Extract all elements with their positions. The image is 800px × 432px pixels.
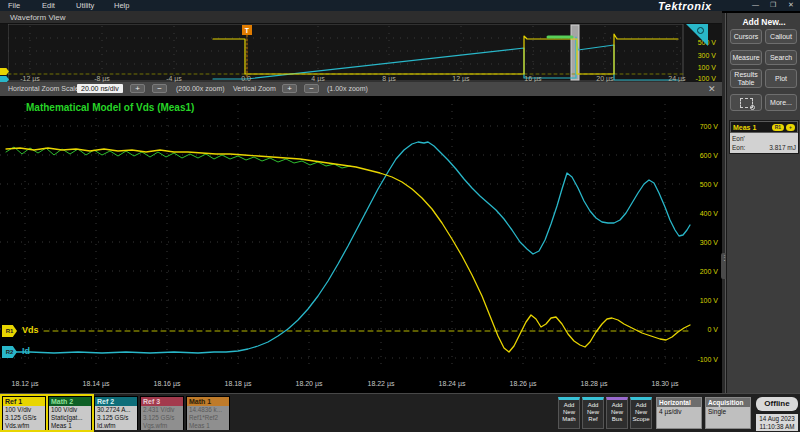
id-label: Id — [22, 346, 30, 356]
badge-ref2[interactable]: Ref 2 30.2724 A...3.125 GS/sId.wfm — [94, 396, 138, 430]
vertical-zoom-label: Vertical Zoom — [233, 85, 276, 92]
more-button[interactable]: More... — [765, 94, 797, 111]
svg-text:18.20 µs: 18.20 µs — [296, 380, 323, 388]
svg-text:-12 µs: -12 µs — [20, 75, 40, 82]
badge-ref1-name: Ref 1 — [3, 397, 45, 406]
horizontal-value: 4 µs/div — [657, 407, 701, 416]
main-plot[interactable]: 18.12 µs18.14 µs18.16 µs18.18 µs18.20 µs… — [0, 96, 722, 393]
menu-help[interactable]: Help — [114, 1, 129, 10]
acquisition-settings[interactable]: Acquisition Single — [705, 397, 751, 429]
horizontal-settings[interactable]: Horizontal 4 µs/div — [656, 397, 702, 429]
menu-utility[interactable]: Utility — [76, 1, 94, 10]
badge-math2[interactable]: Math 2 100 V/divStatic[gat...Meas 1 — [48, 396, 92, 430]
badge-ref3-name: Ref 3 — [141, 397, 183, 406]
menu-file[interactable]: File — [8, 1, 20, 10]
svg-text:400 V: 400 V — [700, 210, 719, 217]
svg-text:18.12 µs: 18.12 µs — [12, 380, 39, 388]
search-button[interactable]: Search — [765, 50, 797, 65]
svg-text:4 µs: 4 µs — [311, 75, 325, 82]
meas1-expand-pill[interactable]: + — [786, 124, 795, 131]
svg-text:-4 µs: -4 µs — [166, 75, 182, 82]
add-new-ref-button[interactable]: Add New Ref — [582, 397, 604, 429]
close-icon[interactable]: ✕ — [788, 1, 794, 9]
svg-text:18.22 µs: 18.22 µs — [368, 380, 395, 388]
hzoom-plus-button[interactable]: + — [130, 84, 145, 93]
hzoom-minus-button[interactable]: − — [152, 84, 167, 93]
right-panel: Add New... Cursors Callout Measure Searc… — [726, 13, 800, 393]
tab-bar: Waveform View — [0, 11, 722, 24]
overview-plot[interactable]: -12 µs-8 µs-4 µs0.04 µs8 µs12 µs16 µs20 … — [8, 24, 722, 82]
svg-text:100 V: 100 V — [698, 64, 717, 71]
svg-text:12 µs: 12 µs — [452, 75, 470, 82]
svg-text:16 µs: 16 µs — [524, 75, 542, 82]
callout-button[interactable]: Callout — [765, 29, 797, 44]
badge-math1-name: Math 1 — [187, 397, 229, 406]
svg-text:24 µs: 24 µs — [668, 75, 686, 82]
zoom-view-close-icon[interactable]: ✕ — [708, 84, 716, 94]
meas1-header: Meas 1 R1 + — [730, 121, 798, 133]
svg-text:20 µs: 20 µs — [596, 75, 614, 82]
svg-text:18.18 µs: 18.18 µs — [225, 380, 252, 388]
badge-ref1[interactable]: Ref 1 100 V/div3.125 GS/sVds.wfm — [2, 396, 46, 430]
meas1-row2-label: Eon: — [732, 143, 745, 152]
screen-capture-icon — [740, 98, 753, 108]
horizontal-label: Horizontal — [657, 398, 701, 407]
zoom-overview-button[interactable] — [730, 94, 762, 111]
svg-text:200 V: 200 V — [700, 268, 719, 275]
vds-label: Vds — [22, 325, 39, 335]
svg-text:700 V: 700 V — [700, 123, 719, 130]
vzoom-minus-button[interactable]: − — [304, 84, 319, 93]
svg-text:-100 V: -100 V — [697, 356, 718, 363]
badge-math1[interactable]: Math 1 14.4836 k...Ref1*Ref2Meas 1 — [186, 396, 230, 430]
meas1-row1-label: Eon' — [732, 134, 745, 143]
svg-text:18.24 µs: 18.24 µs — [439, 380, 466, 388]
badge-math2-details: 100 V/divStatic[gat...Meas 1 — [49, 406, 91, 430]
acquisition-value: Single — [706, 407, 750, 416]
minimize-icon[interactable]: — — [752, 1, 759, 8]
svg-text:300 V: 300 V — [698, 52, 717, 59]
add-new-bus-button[interactable]: Add New Bus — [606, 397, 628, 429]
badge-math2-name: Math 2 — [49, 397, 91, 406]
add-new-scope-button[interactable]: Add New Scope — [630, 397, 652, 429]
datetime-display: 14 Aug 2023 11:10:38 AM — [756, 414, 798, 431]
add-new-header: Add New... — [727, 17, 800, 27]
badge-math1-details: 14.4836 k...Ref1*Ref2Meas 1 — [187, 406, 229, 430]
meas1-title: Meas 1 — [733, 124, 770, 131]
svg-text:T: T — [245, 27, 250, 34]
date-text: 14 Aug 2023 — [756, 415, 798, 423]
plot-button[interactable]: Plot — [765, 69, 797, 88]
tab-waveform-view[interactable]: Waveform View — [10, 13, 66, 22]
main-waveform-view: 18.12 µs18.14 µs18.16 µs18.18 µs18.20 µs… — [0, 96, 722, 393]
svg-text:18.26 µs: 18.26 µs — [510, 380, 537, 388]
menu-edit[interactable]: Edit — [42, 1, 55, 10]
badge-ref2-details: 30.2724 A...3.125 GS/sId.wfm — [95, 406, 137, 430]
zoom-overview-magnifier-icon — [697, 27, 704, 34]
acquisition-label: Acquisition — [706, 398, 750, 407]
badge-ref3[interactable]: Ref 3 2.431 V/div3.125 GS/sVgs.wfm — [140, 396, 184, 430]
vzoom-plus-button[interactable]: + — [282, 84, 297, 93]
meas1-body: Eon' Eon: 3.817 mJ — [730, 133, 798, 153]
meas1-row2-value: 3.817 mJ — [769, 143, 796, 152]
oscilloscope-app: File Edit Utility Help Tektronix — ❐ ✕ W… — [0, 0, 800, 432]
horizontal-zoom-scale-label: Horizontal Zoom Scale — [8, 85, 79, 92]
zoom-toolbar: Horizontal Zoom Scale 20.00 ns/div + − (… — [0, 82, 722, 96]
svg-text:-100 V: -100 V — [695, 75, 716, 82]
measure-button[interactable]: Measure — [730, 50, 762, 65]
meas1-results-badge[interactable]: Meas 1 R1 + Eon' Eon: 3.817 mJ — [729, 120, 799, 154]
add-new-math-button[interactable]: Add New Math — [558, 397, 580, 429]
offline-button[interactable]: Offline — [756, 397, 798, 411]
badge-ref3-details: 2.431 V/div3.125 GS/sVgs.wfm — [141, 406, 183, 430]
svg-text:600 V: 600 V — [700, 152, 719, 159]
svg-text:18.28 µs: 18.28 µs — [581, 380, 608, 388]
svg-text:100 V: 100 V — [700, 297, 719, 304]
svg-text:18.30 µs: 18.30 µs — [652, 380, 679, 388]
results-table-button[interactable]: Results Table — [730, 69, 762, 88]
badge-ref2-name: Ref 2 — [95, 397, 137, 406]
restore-icon[interactable]: ❐ — [770, 1, 776, 9]
svg-text:-8 µs: -8 µs — [94, 75, 110, 82]
waveform-overview: -12 µs-8 µs-4 µs0.04 µs8 µs12 µs16 µs20 … — [0, 24, 722, 82]
cursors-button[interactable]: Cursors — [730, 29, 762, 44]
bottom-bar: Ref 1 100 V/div3.125 GS/sVds.wfm Math 2 … — [0, 393, 800, 432]
svg-text:0.0: 0.0 — [241, 75, 251, 82]
horizontal-zoom-scale-value[interactable]: 20.00 ns/div — [77, 84, 123, 93]
